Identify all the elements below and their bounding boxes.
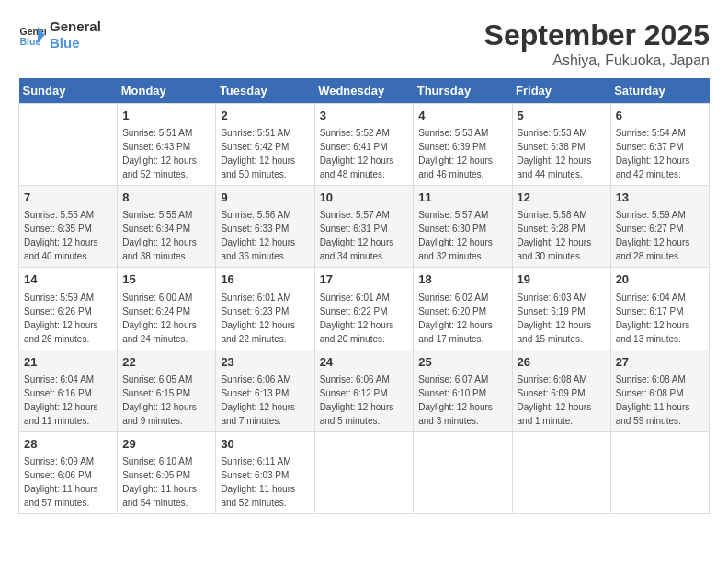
logo-icon: General Blue xyxy=(18,21,46,49)
calendar-cell: 24Sunrise: 6:06 AM Sunset: 6:12 PM Dayli… xyxy=(314,350,414,431)
calendar-cell: 1Sunrise: 5:51 AM Sunset: 6:43 PM Daylig… xyxy=(118,104,216,186)
day-sun-info: Sunrise: 6:01 AM Sunset: 6:23 PM Dayligh… xyxy=(221,291,309,346)
calendar-cell: 30Sunrise: 6:11 AM Sunset: 6:03 PM Dayli… xyxy=(216,431,314,513)
calendar-table: SundayMondayTuesdayWednesdayThursdayFrid… xyxy=(18,78,710,514)
day-sun-info: Sunrise: 5:51 AM Sunset: 6:43 PM Dayligh… xyxy=(122,126,210,181)
day-sun-info: Sunrise: 6:10 AM Sunset: 6:05 PM Dayligh… xyxy=(122,454,210,510)
calendar-cell xyxy=(512,431,610,513)
day-number: 26 xyxy=(518,354,606,371)
day-sun-info: Sunrise: 6:09 AM Sunset: 6:06 PM Dayligh… xyxy=(24,454,112,510)
day-number: 30 xyxy=(221,436,309,453)
calendar-cell: 25Sunrise: 6:07 AM Sunset: 6:10 PM Dayli… xyxy=(414,350,512,431)
logo: General Blue General Blue xyxy=(18,18,101,52)
calendar-week-row: 7Sunrise: 5:55 AM Sunset: 6:35 PM Daylig… xyxy=(19,186,710,268)
day-number: 10 xyxy=(320,190,409,206)
calendar-cell: 21Sunrise: 6:04 AM Sunset: 6:16 PM Dayli… xyxy=(19,350,118,431)
calendar-cell: 5Sunrise: 5:53 AM Sunset: 6:38 PM Daylig… xyxy=(512,104,610,186)
day-number: 16 xyxy=(221,271,309,288)
calendar-cell: 28Sunrise: 6:09 AM Sunset: 6:06 PM Dayli… xyxy=(19,431,118,513)
day-sun-info: Sunrise: 5:52 AM Sunset: 6:41 PM Dayligh… xyxy=(320,126,409,181)
calendar-subtitle: Ashiya, Fukuoka, Japan xyxy=(484,52,710,69)
calendar-cell: 9Sunrise: 5:56 AM Sunset: 6:33 PM Daylig… xyxy=(216,186,314,268)
day-number: 12 xyxy=(518,190,606,206)
day-number: 11 xyxy=(418,190,506,206)
day-sun-info: Sunrise: 6:03 AM Sunset: 6:19 PM Dayligh… xyxy=(518,291,606,346)
calendar-week-row: 14Sunrise: 5:59 AM Sunset: 6:26 PM Dayli… xyxy=(19,268,710,350)
day-sun-info: Sunrise: 5:53 AM Sunset: 6:38 PM Dayligh… xyxy=(518,126,606,181)
day-sun-info: Sunrise: 6:08 AM Sunset: 6:09 PM Dayligh… xyxy=(518,373,606,428)
day-sun-info: Sunrise: 5:58 AM Sunset: 6:28 PM Dayligh… xyxy=(518,208,606,263)
day-of-week-header: Wednesday xyxy=(314,78,414,104)
day-of-week-header: Thursday xyxy=(414,78,512,104)
calendar-title: September 2025 xyxy=(484,18,710,52)
calendar-cell: 20Sunrise: 6:04 AM Sunset: 6:17 PM Dayli… xyxy=(610,268,709,350)
day-number: 28 xyxy=(24,436,112,453)
day-sun-info: Sunrise: 6:06 AM Sunset: 6:12 PM Dayligh… xyxy=(320,373,409,428)
day-number: 25 xyxy=(418,354,506,371)
calendar-cell: 17Sunrise: 6:01 AM Sunset: 6:22 PM Dayli… xyxy=(314,268,414,350)
logo-text-general: General xyxy=(50,18,101,35)
calendar-cell: 7Sunrise: 5:55 AM Sunset: 6:35 PM Daylig… xyxy=(19,186,118,268)
title-block: September 2025 Ashiya, Fukuoka, Japan xyxy=(484,18,710,69)
calendar-cell: 14Sunrise: 5:59 AM Sunset: 6:26 PM Dayli… xyxy=(19,268,118,350)
day-sun-info: Sunrise: 6:06 AM Sunset: 6:13 PM Dayligh… xyxy=(221,373,309,428)
day-number: 17 xyxy=(320,271,409,288)
day-sun-info: Sunrise: 5:53 AM Sunset: 6:39 PM Dayligh… xyxy=(418,126,506,181)
calendar-cell xyxy=(314,431,414,513)
day-sun-info: Sunrise: 6:07 AM Sunset: 6:10 PM Dayligh… xyxy=(418,373,506,428)
day-sun-info: Sunrise: 5:51 AM Sunset: 6:42 PM Dayligh… xyxy=(221,126,309,181)
day-number: 21 xyxy=(24,354,112,371)
day-number: 15 xyxy=(122,271,210,288)
calendar-cell: 10Sunrise: 5:57 AM Sunset: 6:31 PM Dayli… xyxy=(314,186,414,268)
day-number: 23 xyxy=(221,354,309,371)
calendar-week-row: 1Sunrise: 5:51 AM Sunset: 6:43 PM Daylig… xyxy=(19,104,710,186)
calendar-cell: 3Sunrise: 5:52 AM Sunset: 6:41 PM Daylig… xyxy=(314,104,414,186)
day-sun-info: Sunrise: 5:59 AM Sunset: 6:26 PM Dayligh… xyxy=(24,291,112,346)
calendar-cell: 27Sunrise: 6:08 AM Sunset: 6:08 PM Dayli… xyxy=(610,350,709,431)
calendar-cell: 18Sunrise: 6:02 AM Sunset: 6:20 PM Dayli… xyxy=(414,268,512,350)
calendar-cell: 23Sunrise: 6:06 AM Sunset: 6:13 PM Dayli… xyxy=(216,350,314,431)
calendar-cell: 12Sunrise: 5:58 AM Sunset: 6:28 PM Dayli… xyxy=(512,186,610,268)
day-number: 24 xyxy=(320,354,409,371)
day-number: 13 xyxy=(616,190,704,206)
calendar-cell: 13Sunrise: 5:59 AM Sunset: 6:27 PM Dayli… xyxy=(610,186,709,268)
calendar-cell: 15Sunrise: 6:00 AM Sunset: 6:24 PM Dayli… xyxy=(118,268,216,350)
svg-text:Blue: Blue xyxy=(20,36,41,47)
day-number: 29 xyxy=(122,436,210,453)
day-number: 2 xyxy=(221,108,309,124)
day-sun-info: Sunrise: 6:04 AM Sunset: 6:17 PM Dayligh… xyxy=(616,291,704,346)
day-sun-info: Sunrise: 5:54 AM Sunset: 6:37 PM Dayligh… xyxy=(616,126,704,181)
day-of-week-header: Friday xyxy=(512,78,610,104)
calendar-cell: 2Sunrise: 5:51 AM Sunset: 6:42 PM Daylig… xyxy=(216,104,314,186)
day-sun-info: Sunrise: 5:55 AM Sunset: 6:34 PM Dayligh… xyxy=(122,208,210,263)
day-number: 19 xyxy=(518,271,606,288)
day-number: 14 xyxy=(24,271,112,288)
calendar-cell: 4Sunrise: 5:53 AM Sunset: 6:39 PM Daylig… xyxy=(414,104,512,186)
day-number: 18 xyxy=(418,271,506,288)
calendar-header-row: SundayMondayTuesdayWednesdayThursdayFrid… xyxy=(19,78,710,104)
calendar-cell: 6Sunrise: 5:54 AM Sunset: 6:37 PM Daylig… xyxy=(610,104,709,186)
day-of-week-header: Monday xyxy=(118,78,216,104)
calendar-cell: 26Sunrise: 6:08 AM Sunset: 6:09 PM Dayli… xyxy=(512,350,610,431)
day-sun-info: Sunrise: 5:57 AM Sunset: 6:31 PM Dayligh… xyxy=(320,208,409,263)
calendar-week-row: 21Sunrise: 6:04 AM Sunset: 6:16 PM Dayli… xyxy=(19,350,710,431)
day-number: 5 xyxy=(518,108,606,124)
day-sun-info: Sunrise: 6:02 AM Sunset: 6:20 PM Dayligh… xyxy=(418,291,506,346)
day-of-week-header: Saturday xyxy=(610,78,709,104)
day-sun-info: Sunrise: 6:04 AM Sunset: 6:16 PM Dayligh… xyxy=(24,373,112,428)
day-sun-info: Sunrise: 6:00 AM Sunset: 6:24 PM Dayligh… xyxy=(122,291,210,346)
day-of-week-header: Sunday xyxy=(19,78,118,104)
day-sun-info: Sunrise: 5:59 AM Sunset: 6:27 PM Dayligh… xyxy=(616,208,704,263)
page-header: General Blue General Blue September 2025… xyxy=(18,18,710,69)
day-sun-info: Sunrise: 6:05 AM Sunset: 6:15 PM Dayligh… xyxy=(122,373,210,428)
calendar-cell: 29Sunrise: 6:10 AM Sunset: 6:05 PM Dayli… xyxy=(118,431,216,513)
day-sun-info: Sunrise: 5:55 AM Sunset: 6:35 PM Dayligh… xyxy=(24,208,112,263)
logo-text-blue: Blue xyxy=(50,35,101,52)
calendar-cell xyxy=(19,104,118,186)
day-sun-info: Sunrise: 6:01 AM Sunset: 6:22 PM Dayligh… xyxy=(320,291,409,346)
day-sun-info: Sunrise: 5:57 AM Sunset: 6:30 PM Dayligh… xyxy=(418,208,506,263)
day-sun-info: Sunrise: 6:11 AM Sunset: 6:03 PM Dayligh… xyxy=(221,454,309,510)
day-of-week-header: Tuesday xyxy=(216,78,314,104)
calendar-cell: 19Sunrise: 6:03 AM Sunset: 6:19 PM Dayli… xyxy=(512,268,610,350)
day-number: 1 xyxy=(122,108,210,124)
